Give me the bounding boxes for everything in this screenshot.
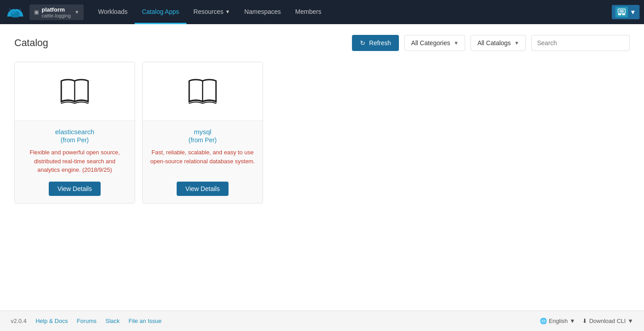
rancher-logo (4, 4, 26, 20)
card-body-elasticsearch: elasticsearch (from Per) Flexible and po… (15, 121, 135, 203)
content-area: Catalog ↻ Refresh All Categories ▼ All C… (0, 24, 644, 310)
project-icon: ▣ (34, 9, 39, 15)
nav-resources[interactable]: Resources ▼ (186, 0, 237, 24)
card-description-mysql: Fast, reliable, scalable, and easy to us… (150, 148, 255, 174)
svg-point-5 (15, 12, 16, 13)
profile-icon (615, 7, 628, 17)
all-catalogs-label: All Catalogs (477, 39, 511, 47)
lang-chevron: ▼ (570, 318, 576, 324)
catalogs-chevron: ▼ (514, 40, 519, 46)
page-title: Catalog (14, 37, 48, 49)
project-chevron: ▼ (74, 9, 79, 15)
book-icon-mysql (185, 76, 220, 107)
catalog-header: Catalog ↻ Refresh All Categories ▼ All C… (14, 35, 630, 51)
download-icon: ⬇ (582, 318, 587, 324)
all-categories-label: All Categories (411, 39, 450, 47)
book-icon-elasticsearch (57, 76, 93, 107)
footer-version: v2.0.4 (11, 318, 26, 324)
cards-grid: elasticsearch (from Per) Flexible and po… (14, 62, 630, 204)
svg-point-4 (12, 12, 14, 14)
cluster-name: cattle-logging (42, 13, 71, 18)
card-source-elasticsearch: (from Per) (61, 136, 89, 144)
card-description-elasticsearch: Flexible and powerful open source, distr… (22, 148, 127, 174)
search-input[interactable] (531, 35, 630, 51)
profile-svg (618, 8, 626, 16)
footer-slack[interactable]: Slack (106, 318, 120, 324)
card-icon-area-mysql (143, 62, 263, 121)
footer-forums[interactable]: Forums (77, 318, 97, 324)
refresh-icon: ↻ (360, 39, 365, 47)
all-catalogs-dropdown[interactable]: All Catalogs ▼ (470, 35, 526, 51)
svg-rect-9 (622, 14, 625, 15)
download-cli[interactable]: ⬇ Download CLI ▼ (582, 318, 633, 324)
footer-help-docs[interactable]: Help & Docs (35, 318, 68, 324)
globe-icon: 🌐 (540, 318, 547, 324)
logo (4, 4, 26, 20)
nav-workloads[interactable]: Workloads (91, 0, 135, 24)
card-source-mysql: (from Per) (189, 136, 217, 144)
nav-members[interactable]: Members (288, 0, 328, 24)
svg-rect-7 (619, 10, 624, 13)
catalog-card-mysql: mysql (from Per) Fast, reliable, scalabl… (142, 62, 263, 204)
resources-chevron: ▼ (225, 9, 230, 14)
project-name: platform (42, 6, 71, 13)
view-details-elasticsearch[interactable]: View Details (49, 182, 101, 196)
profile-button[interactable]: ▼ (612, 5, 640, 19)
svg-point-1 (13, 9, 14, 11)
footer: v2.0.4 Help & Docs Forums Slack File an … (0, 310, 644, 331)
navbar: ▣ platform cattle-logging ▼ Workloads Ca… (0, 0, 644, 24)
language-selector[interactable]: 🌐 English ▼ (540, 318, 576, 324)
card-icon-area-elasticsearch (15, 62, 135, 121)
nav-namespaces[interactable]: Namespaces (237, 0, 288, 24)
project-info: platform cattle-logging (42, 6, 71, 18)
card-name-elasticsearch: elasticsearch (55, 128, 94, 136)
svg-rect-8 (618, 14, 621, 15)
nav-links: Workloads Catalog Apps Resources ▼ Names… (91, 0, 612, 24)
card-name-mysql: mysql (194, 128, 211, 136)
cli-chevron: ▼ (627, 318, 633, 324)
all-categories-dropdown[interactable]: All Categories ▼ (404, 35, 465, 51)
card-body-mysql: mysql (from Per) Fast, reliable, scalabl… (143, 121, 263, 203)
footer-right: 🌐 English ▼ ⬇ Download CLI ▼ (540, 318, 633, 324)
catalog-card-elasticsearch: elasticsearch (from Per) Flexible and po… (14, 62, 135, 204)
language-label: English (549, 318, 568, 324)
view-details-mysql[interactable]: View Details (177, 182, 229, 196)
profile-chevron: ▼ (630, 8, 636, 16)
main-scroll: Catalog ↻ Refresh All Categories ▼ All C… (0, 24, 644, 331)
navbar-right: ▼ (612, 5, 644, 19)
cli-label: Download CLI (589, 318, 626, 324)
project-selector[interactable]: ▣ platform cattle-logging ▼ (30, 4, 84, 20)
footer-file-issue[interactable]: File an Issue (129, 318, 162, 324)
footer-left: v2.0.4 Help & Docs Forums Slack File an … (11, 318, 161, 324)
refresh-label: Refresh (369, 39, 391, 47)
svg-point-2 (16, 9, 18, 11)
refresh-button[interactable]: ↻ Refresh (352, 35, 399, 51)
categories-chevron: ▼ (454, 40, 459, 46)
nav-catalog-apps[interactable]: Catalog Apps (135, 0, 186, 24)
